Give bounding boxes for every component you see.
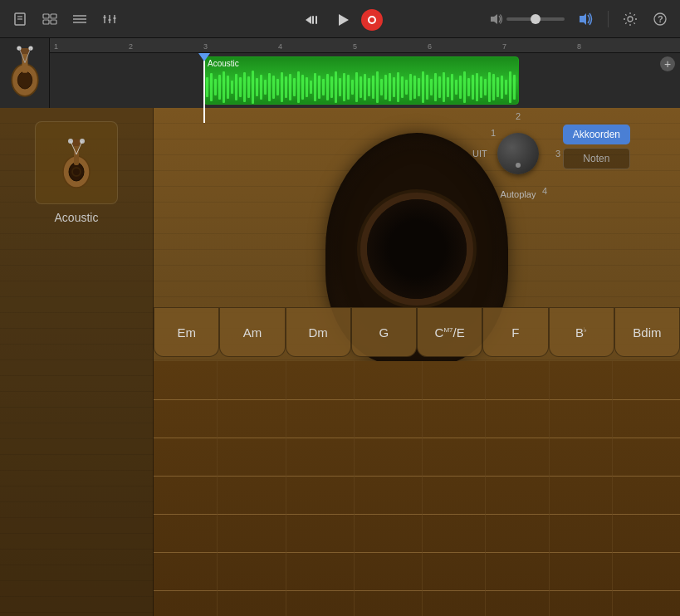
- chord-button-em[interactable]: Em: [154, 307, 219, 357]
- svg-rect-40: [235, 74, 237, 100]
- fret-line-5: [485, 361, 486, 616]
- settings-icon[interactable]: [619, 7, 642, 31]
- svg-rect-81: [405, 80, 408, 95]
- svg-rect-33: [206, 77, 208, 97]
- svg-rect-96: [467, 78, 470, 96]
- svg-rect-91: [447, 77, 449, 97]
- fret-string-3: [154, 476, 680, 477]
- akkoorden-button[interactable]: Akkoorden: [563, 125, 630, 144]
- fret-string-1: [154, 399, 680, 400]
- chord-button-g[interactable]: G: [351, 307, 417, 357]
- svg-rect-101: [488, 72, 491, 102]
- region-waveform: [204, 69, 518, 105]
- fret-line-3: [354, 361, 355, 616]
- svg-rect-59: [314, 73, 316, 101]
- master-volume-icon[interactable]: [575, 7, 598, 31]
- ruler-mark-2: 2: [129, 42, 133, 52]
- fretboard[interactable]: [154, 361, 680, 616]
- help-icon[interactable]: ?: [648, 7, 672, 31]
- svg-point-26: [17, 71, 32, 89]
- mixer-icon[interactable]: [98, 7, 121, 31]
- svg-rect-50: [276, 79, 279, 95]
- track-region[interactable]: Acoustic: [203, 56, 519, 105]
- track-lane[interactable]: Acoustic: [50, 53, 680, 108]
- svg-rect-35: [214, 79, 217, 95]
- svg-rect-94: [459, 76, 462, 99]
- autoplay-label-1: 1: [491, 128, 496, 138]
- svg-rect-3: [43, 14, 49, 18]
- volume-control: [490, 13, 565, 25]
- svg-rect-42: [243, 72, 246, 102]
- svg-rect-75: [380, 79, 383, 95]
- svg-rect-69: [355, 72, 358, 102]
- svg-rect-37: [223, 71, 225, 103]
- svg-rect-83: [413, 76, 416, 99]
- chord-button-cm7e[interactable]: CM7/E: [417, 307, 482, 357]
- svg-marker-19: [339, 14, 349, 26]
- svg-rect-58: [310, 81, 312, 94]
- svg-rect-49: [272, 76, 275, 99]
- transport-controls: [298, 7, 383, 33]
- svg-rect-34: [210, 73, 213, 101]
- fret-line-6: [549, 361, 550, 616]
- svg-rect-85: [422, 71, 424, 103]
- svg-rect-17: [312, 16, 314, 24]
- svg-rect-61: [322, 79, 325, 95]
- svg-rect-80: [401, 76, 404, 98]
- svg-rect-74: [376, 71, 379, 103]
- mode-buttons: Akkoorden Noten: [563, 125, 630, 169]
- svg-rect-70: [360, 76, 362, 98]
- noten-button[interactable]: Noten: [563, 148, 630, 169]
- playhead-marker: [198, 53, 210, 61]
- instrument-name: Acoustic: [55, 211, 99, 224]
- svg-rect-68: [351, 80, 354, 95]
- svg-rect-57: [306, 77, 308, 97]
- autoplay-label-top: 2: [516, 111, 521, 121]
- chord-button-f[interactable]: F: [482, 307, 548, 357]
- svg-rect-14: [109, 19, 111, 21]
- svg-rect-51: [281, 72, 283, 102]
- svg-rect-6: [51, 20, 56, 24]
- chord-button-am[interactable]: Am: [219, 307, 285, 357]
- instrument-thumbnail[interactable]: [35, 121, 118, 204]
- chord-row: Em Am Dm G CM7/E F B♭ Bdim: [154, 303, 680, 361]
- svg-rect-15: [114, 17, 116, 19]
- svg-marker-20: [491, 14, 497, 24]
- svg-rect-92: [451, 74, 453, 100]
- volume-slider[interactable]: [506, 17, 565, 21]
- svg-rect-28: [20, 48, 29, 54]
- svg-rect-39: [231, 81, 233, 94]
- chord-button-dm[interactable]: Dm: [286, 307, 351, 357]
- svg-rect-18: [316, 16, 317, 24]
- svg-rect-45: [256, 78, 258, 96]
- instrument-panel: Acoustic: [0, 108, 154, 616]
- autoplay-label-right: 3: [555, 149, 560, 159]
- svg-rect-46: [260, 75, 262, 100]
- fret-string-5: [154, 552, 680, 553]
- layout-view-icon[interactable]: [38, 7, 61, 31]
- ruler-mark-7: 7: [502, 42, 506, 52]
- autoplay-knob[interactable]: [497, 133, 539, 174]
- play-button[interactable]: [330, 7, 356, 33]
- svg-rect-95: [463, 71, 466, 103]
- record-button[interactable]: [361, 9, 383, 31]
- list-view-icon[interactable]: [68, 7, 91, 31]
- fret-line-2: [286, 361, 286, 616]
- chord-button-bdim[interactable]: Bdim: [614, 307, 680, 357]
- svg-rect-67: [347, 75, 350, 100]
- ruler-mark-5: 5: [353, 42, 357, 52]
- chord-button-bb[interactable]: B♭: [549, 307, 614, 357]
- rewind-button[interactable]: [298, 7, 325, 33]
- new-document-icon[interactable]: [8, 7, 32, 31]
- fret-line-4: [422, 361, 423, 616]
- svg-rect-86: [426, 75, 428, 100]
- svg-rect-13: [104, 17, 106, 18]
- svg-rect-65: [339, 78, 341, 96]
- svg-rect-55: [297, 71, 300, 103]
- svg-text:?: ?: [658, 14, 663, 24]
- playhead[interactable]: [203, 53, 205, 123]
- add-track-button[interactable]: +: [660, 56, 675, 71]
- svg-rect-111: [72, 139, 81, 146]
- svg-rect-47: [264, 80, 267, 95]
- autoplay-label-bottom: 4: [542, 186, 547, 196]
